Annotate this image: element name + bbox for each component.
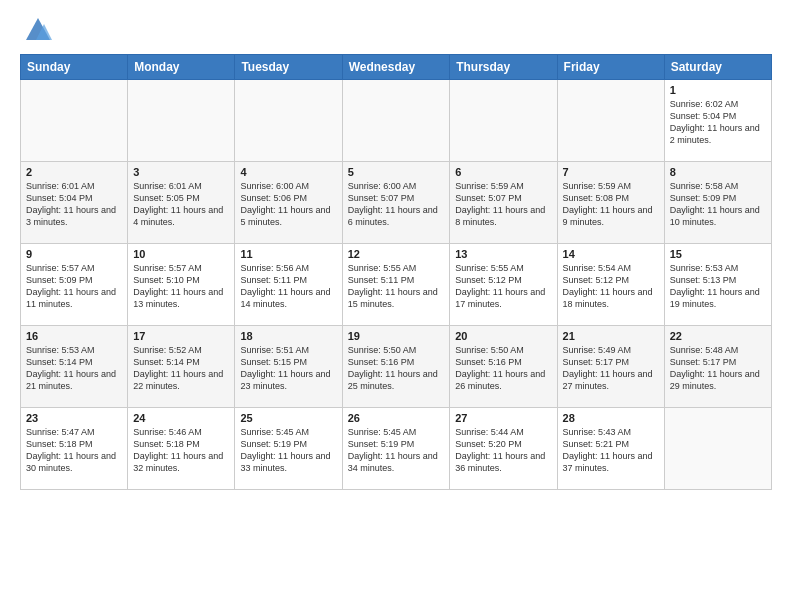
weekday-thursday: Thursday [450, 55, 557, 80]
day-number: 28 [563, 412, 659, 424]
day-info: Sunrise: 5:55 AM Sunset: 5:12 PM Dayligh… [455, 262, 551, 311]
day-number: 15 [670, 248, 766, 260]
day-cell [21, 80, 128, 162]
day-number: 20 [455, 330, 551, 342]
week-row-4: 23Sunrise: 5:47 AM Sunset: 5:18 PM Dayli… [21, 408, 772, 490]
day-info: Sunrise: 5:43 AM Sunset: 5:21 PM Dayligh… [563, 426, 659, 475]
day-number: 26 [348, 412, 445, 424]
day-number: 7 [563, 166, 659, 178]
day-number: 16 [26, 330, 122, 342]
day-cell: 14Sunrise: 5:54 AM Sunset: 5:12 PM Dayli… [557, 244, 664, 326]
day-cell: 21Sunrise: 5:49 AM Sunset: 5:17 PM Dayli… [557, 326, 664, 408]
day-cell [128, 80, 235, 162]
day-cell: 15Sunrise: 5:53 AM Sunset: 5:13 PM Dayli… [664, 244, 771, 326]
day-cell: 8Sunrise: 5:58 AM Sunset: 5:09 PM Daylig… [664, 162, 771, 244]
day-info: Sunrise: 5:56 AM Sunset: 5:11 PM Dayligh… [240, 262, 336, 311]
day-number: 6 [455, 166, 551, 178]
weekday-tuesday: Tuesday [235, 55, 342, 80]
day-info: Sunrise: 6:01 AM Sunset: 5:04 PM Dayligh… [26, 180, 122, 229]
day-number: 10 [133, 248, 229, 260]
day-cell: 4Sunrise: 6:00 AM Sunset: 5:06 PM Daylig… [235, 162, 342, 244]
day-info: Sunrise: 5:45 AM Sunset: 5:19 PM Dayligh… [348, 426, 445, 475]
logo [20, 16, 52, 44]
day-number: 12 [348, 248, 445, 260]
day-cell: 17Sunrise: 5:52 AM Sunset: 5:14 PM Dayli… [128, 326, 235, 408]
day-cell: 20Sunrise: 5:50 AM Sunset: 5:16 PM Dayli… [450, 326, 557, 408]
day-cell: 26Sunrise: 5:45 AM Sunset: 5:19 PM Dayli… [342, 408, 450, 490]
day-cell: 2Sunrise: 6:01 AM Sunset: 5:04 PM Daylig… [21, 162, 128, 244]
day-info: Sunrise: 5:53 AM Sunset: 5:13 PM Dayligh… [670, 262, 766, 311]
day-cell: 24Sunrise: 5:46 AM Sunset: 5:18 PM Dayli… [128, 408, 235, 490]
day-cell: 13Sunrise: 5:55 AM Sunset: 5:12 PM Dayli… [450, 244, 557, 326]
weekday-wednesday: Wednesday [342, 55, 450, 80]
day-cell [342, 80, 450, 162]
day-cell [664, 408, 771, 490]
day-cell: 9Sunrise: 5:57 AM Sunset: 5:09 PM Daylig… [21, 244, 128, 326]
day-cell: 5Sunrise: 6:00 AM Sunset: 5:07 PM Daylig… [342, 162, 450, 244]
day-number: 25 [240, 412, 336, 424]
day-cell: 10Sunrise: 5:57 AM Sunset: 5:10 PM Dayli… [128, 244, 235, 326]
day-info: Sunrise: 5:54 AM Sunset: 5:12 PM Dayligh… [563, 262, 659, 311]
weekday-friday: Friday [557, 55, 664, 80]
day-number: 21 [563, 330, 659, 342]
day-number: 27 [455, 412, 551, 424]
day-info: Sunrise: 5:51 AM Sunset: 5:15 PM Dayligh… [240, 344, 336, 393]
day-cell: 3Sunrise: 6:01 AM Sunset: 5:05 PM Daylig… [128, 162, 235, 244]
page: SundayMondayTuesdayWednesdayThursdayFrid… [0, 0, 792, 500]
day-number: 23 [26, 412, 122, 424]
day-info: Sunrise: 6:00 AM Sunset: 5:07 PM Dayligh… [348, 180, 445, 229]
day-info: Sunrise: 5:58 AM Sunset: 5:09 PM Dayligh… [670, 180, 766, 229]
day-number: 13 [455, 248, 551, 260]
day-cell: 6Sunrise: 5:59 AM Sunset: 5:07 PM Daylig… [450, 162, 557, 244]
day-info: Sunrise: 6:02 AM Sunset: 5:04 PM Dayligh… [670, 98, 766, 147]
day-number: 17 [133, 330, 229, 342]
day-info: Sunrise: 5:55 AM Sunset: 5:11 PM Dayligh… [348, 262, 445, 311]
day-cell [450, 80, 557, 162]
header [20, 16, 772, 44]
calendar: SundayMondayTuesdayWednesdayThursdayFrid… [20, 54, 772, 490]
week-row-0: 1Sunrise: 6:02 AM Sunset: 5:04 PM Daylig… [21, 80, 772, 162]
day-number: 1 [670, 84, 766, 96]
day-cell [557, 80, 664, 162]
day-info: Sunrise: 5:49 AM Sunset: 5:17 PM Dayligh… [563, 344, 659, 393]
logo-icon [24, 16, 52, 44]
day-number: 19 [348, 330, 445, 342]
day-cell: 18Sunrise: 5:51 AM Sunset: 5:15 PM Dayli… [235, 326, 342, 408]
day-number: 9 [26, 248, 122, 260]
day-info: Sunrise: 5:46 AM Sunset: 5:18 PM Dayligh… [133, 426, 229, 475]
weekday-monday: Monday [128, 55, 235, 80]
day-cell: 7Sunrise: 5:59 AM Sunset: 5:08 PM Daylig… [557, 162, 664, 244]
day-number: 5 [348, 166, 445, 178]
day-number: 3 [133, 166, 229, 178]
day-cell: 27Sunrise: 5:44 AM Sunset: 5:20 PM Dayli… [450, 408, 557, 490]
day-info: Sunrise: 6:01 AM Sunset: 5:05 PM Dayligh… [133, 180, 229, 229]
week-row-2: 9Sunrise: 5:57 AM Sunset: 5:09 PM Daylig… [21, 244, 772, 326]
day-info: Sunrise: 5:50 AM Sunset: 5:16 PM Dayligh… [348, 344, 445, 393]
day-number: 8 [670, 166, 766, 178]
day-info: Sunrise: 5:57 AM Sunset: 5:09 PM Dayligh… [26, 262, 122, 311]
day-info: Sunrise: 5:50 AM Sunset: 5:16 PM Dayligh… [455, 344, 551, 393]
day-cell: 1Sunrise: 6:02 AM Sunset: 5:04 PM Daylig… [664, 80, 771, 162]
day-info: Sunrise: 5:59 AM Sunset: 5:07 PM Dayligh… [455, 180, 551, 229]
day-number: 4 [240, 166, 336, 178]
day-number: 14 [563, 248, 659, 260]
day-number: 24 [133, 412, 229, 424]
day-cell: 16Sunrise: 5:53 AM Sunset: 5:14 PM Dayli… [21, 326, 128, 408]
day-cell: 22Sunrise: 5:48 AM Sunset: 5:17 PM Dayli… [664, 326, 771, 408]
day-cell: 23Sunrise: 5:47 AM Sunset: 5:18 PM Dayli… [21, 408, 128, 490]
day-number: 2 [26, 166, 122, 178]
day-cell: 19Sunrise: 5:50 AM Sunset: 5:16 PM Dayli… [342, 326, 450, 408]
day-info: Sunrise: 5:59 AM Sunset: 5:08 PM Dayligh… [563, 180, 659, 229]
day-info: Sunrise: 5:47 AM Sunset: 5:18 PM Dayligh… [26, 426, 122, 475]
weekday-saturday: Saturday [664, 55, 771, 80]
day-number: 22 [670, 330, 766, 342]
day-cell [235, 80, 342, 162]
day-number: 18 [240, 330, 336, 342]
day-info: Sunrise: 5:57 AM Sunset: 5:10 PM Dayligh… [133, 262, 229, 311]
day-cell: 25Sunrise: 5:45 AM Sunset: 5:19 PM Dayli… [235, 408, 342, 490]
day-info: Sunrise: 5:48 AM Sunset: 5:17 PM Dayligh… [670, 344, 766, 393]
week-row-1: 2Sunrise: 6:01 AM Sunset: 5:04 PM Daylig… [21, 162, 772, 244]
day-info: Sunrise: 5:45 AM Sunset: 5:19 PM Dayligh… [240, 426, 336, 475]
weekday-header-row: SundayMondayTuesdayWednesdayThursdayFrid… [21, 55, 772, 80]
weekday-sunday: Sunday [21, 55, 128, 80]
